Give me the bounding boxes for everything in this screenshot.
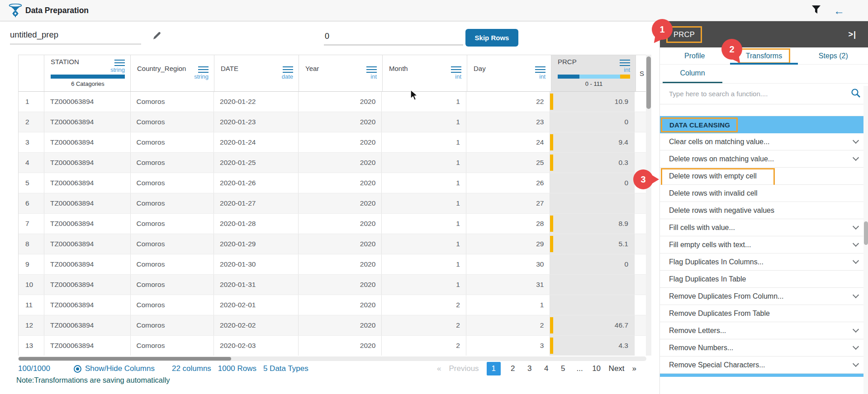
show-hide-columns-button[interactable]: Show/Hide Columns bbox=[74, 364, 155, 373]
day-cell[interactable]: 30 bbox=[466, 254, 550, 274]
column-menu-icon[interactable] bbox=[366, 66, 377, 73]
page-number-button[interactable]: 10 bbox=[592, 364, 601, 373]
table-row[interactable]: 7 TZ000063894 Comoros 2020-01-28 2020 1 … bbox=[19, 214, 646, 234]
day-cell[interactable]: 28 bbox=[466, 214, 550, 234]
tab-steps[interactable]: Steps (2) bbox=[799, 47, 868, 64]
column-menu-icon[interactable] bbox=[451, 66, 461, 73]
year-cell[interactable]: 2020 bbox=[299, 336, 382, 356]
previous-page-button[interactable]: Previous bbox=[449, 364, 479, 373]
function-list-item[interactable]: Delete rows with negative values bbox=[660, 202, 868, 219]
prcp-cell[interactable]: 8.9 bbox=[550, 214, 635, 234]
country-region-cell[interactable]: Comoros bbox=[131, 153, 214, 173]
page-number-button[interactable]: 1 bbox=[487, 362, 501, 375]
function-list-item[interactable]: Flag Duplicates In Columns... bbox=[660, 253, 868, 271]
station-cell[interactable]: TZ000063894 bbox=[44, 153, 131, 173]
prcp-cell[interactable] bbox=[550, 193, 635, 213]
page-number-button[interactable]: ... bbox=[575, 364, 584, 373]
date-cell[interactable]: 2020-01-27 bbox=[214, 193, 299, 213]
panel-scrollbar[interactable] bbox=[863, 86, 868, 394]
function-list-item[interactable]: Delete rows with empty cell bbox=[660, 168, 868, 185]
prcp-cell[interactable]: 0.3 bbox=[550, 153, 635, 173]
month-cell[interactable]: 1 bbox=[382, 234, 466, 254]
year-cell[interactable]: 2020 bbox=[299, 132, 382, 152]
table-row[interactable]: 13 TZ000063894 Comoros 2020-02-03 2020 2… bbox=[19, 336, 646, 356]
scrollbar-thumb[interactable] bbox=[864, 221, 868, 245]
column-menu-icon[interactable] bbox=[620, 60, 630, 66]
function-list-item[interactable]: Delete rows on matching value... bbox=[660, 150, 868, 168]
station-cell[interactable]: TZ000063894 bbox=[44, 92, 131, 112]
month-cell[interactable]: 1 bbox=[382, 112, 466, 132]
month-cell[interactable]: 1 bbox=[382, 275, 466, 295]
column-menu-icon[interactable] bbox=[114, 60, 125, 66]
function-list-item[interactable]: Fill cells with value... bbox=[660, 219, 868, 236]
prcp-cell[interactable]: 5.1 bbox=[550, 234, 635, 254]
function-list-item[interactable]: Delete rows with invalid cell bbox=[660, 185, 868, 202]
data-types-label[interactable]: 5 Data Types bbox=[263, 364, 308, 373]
function-list-item[interactable]: Remove Special Characters... bbox=[660, 356, 868, 374]
page-number-button[interactable]: 2 bbox=[508, 364, 517, 373]
table-row[interactable]: 2 TZ000063894 Comoros 2020-01-23 2020 1 … bbox=[19, 112, 646, 132]
month-cell[interactable]: 1 bbox=[382, 193, 466, 213]
country-region-cell[interactable]: Comoros bbox=[131, 315, 214, 335]
date-cell[interactable]: 2020-01-29 bbox=[214, 234, 299, 254]
columns-count-label[interactable]: 22 columns bbox=[172, 364, 211, 373]
year-cell[interactable]: 2020 bbox=[299, 193, 382, 213]
table-row[interactable]: 9 TZ000063894 Comoros 2020-01-30 2020 1 … bbox=[19, 254, 646, 275]
country-region-cell[interactable]: Comoros bbox=[131, 295, 214, 315]
prcp-cell[interactable]: 10.9 bbox=[550, 92, 635, 112]
function-list-item[interactable]: Remove Duplicates From Table bbox=[660, 305, 868, 322]
station-cell[interactable]: TZ000063894 bbox=[44, 193, 131, 213]
year-cell[interactable]: 2020 bbox=[299, 234, 382, 254]
table-row[interactable]: 12 TZ000063894 Comoros 2020-02-02 2020 2… bbox=[19, 315, 646, 336]
next-page-button[interactable]: Next bbox=[609, 364, 625, 373]
day-cell[interactable]: 27 bbox=[466, 193, 550, 213]
function-list-item[interactable]: Clear cells on matching value... bbox=[660, 133, 868, 150]
month-cell[interactable]: 1 bbox=[382, 132, 466, 152]
table-row[interactable]: 1 TZ000063894 Comoros 2020-01-22 2020 1 … bbox=[19, 92, 646, 112]
month-cell[interactable]: 1 bbox=[382, 92, 466, 112]
collapse-panel-icon[interactable]: >| bbox=[848, 30, 856, 39]
date-cell[interactable]: 2020-02-01 bbox=[214, 295, 299, 315]
prcp-cell[interactable]: 46.7 bbox=[550, 315, 635, 335]
prcp-cell[interactable] bbox=[550, 275, 635, 295]
page-number-button[interactable]: 3 bbox=[525, 364, 534, 373]
date-cell[interactable]: 2020-02-02 bbox=[214, 315, 299, 335]
prcp-cell[interactable]: 0 bbox=[550, 112, 635, 132]
rows-count-label[interactable]: 1000 Rows bbox=[218, 364, 256, 373]
page-number-button[interactable]: 5 bbox=[559, 364, 568, 373]
month-cell[interactable]: 1 bbox=[382, 254, 466, 274]
tab-profile[interactable]: Profile bbox=[660, 47, 729, 64]
station-cell[interactable]: TZ000063894 bbox=[44, 112, 131, 132]
country-region-cell[interactable]: Comoros bbox=[131, 254, 214, 274]
year-cell[interactable]: 2020 bbox=[299, 214, 382, 234]
prcp-cell[interactable]: 0 bbox=[550, 173, 635, 193]
filter-icon[interactable] bbox=[811, 5, 821, 17]
table-row[interactable]: 6 TZ000063894 Comoros 2020-01-27 2020 1 … bbox=[19, 193, 646, 214]
day-cell[interactable]: 3 bbox=[466, 336, 550, 356]
country-region-cell[interactable]: Comoros bbox=[131, 193, 214, 213]
station-cell[interactable]: TZ000063894 bbox=[44, 132, 131, 152]
date-cell[interactable]: 2020-01-24 bbox=[214, 132, 299, 152]
country-region-cell[interactable]: Comoros bbox=[131, 132, 214, 152]
station-cell[interactable]: TZ000063894 bbox=[44, 234, 131, 254]
station-cell[interactable]: TZ000063894 bbox=[44, 214, 131, 234]
column-header-day[interactable]: Day int bbox=[467, 55, 551, 91]
date-cell[interactable]: 2020-02-03 bbox=[214, 336, 299, 356]
date-cell[interactable]: 2020-01-26 bbox=[214, 173, 299, 193]
date-cell[interactable]: 2020-01-23 bbox=[214, 112, 299, 132]
function-list-item[interactable]: Fill empty cells with text... bbox=[660, 236, 868, 253]
table-horizontal-scrollbar[interactable] bbox=[18, 356, 646, 361]
date-cell[interactable]: 2020-01-30 bbox=[214, 254, 299, 274]
country-region-cell[interactable]: Comoros bbox=[131, 275, 214, 295]
prcp-cell[interactable]: 9.4 bbox=[550, 132, 635, 152]
station-cell[interactable]: TZ000063894 bbox=[44, 336, 131, 356]
month-cell[interactable]: 2 bbox=[382, 315, 466, 335]
column-header-station[interactable]: STATION string 6 Catagories bbox=[44, 55, 131, 91]
column-header-month[interactable]: Month int bbox=[383, 55, 467, 91]
column-menu-icon[interactable] bbox=[283, 66, 293, 73]
table-row[interactable]: 10 TZ000063894 Comoros 2020-01-31 2020 1… bbox=[19, 275, 646, 295]
country-region-cell[interactable]: Comoros bbox=[131, 214, 214, 234]
column-header-date[interactable]: DATE date bbox=[214, 55, 299, 91]
year-cell[interactable]: 2020 bbox=[299, 254, 382, 274]
table-row[interactable]: 4 TZ000063894 Comoros 2020-01-25 2020 1 … bbox=[19, 153, 646, 173]
